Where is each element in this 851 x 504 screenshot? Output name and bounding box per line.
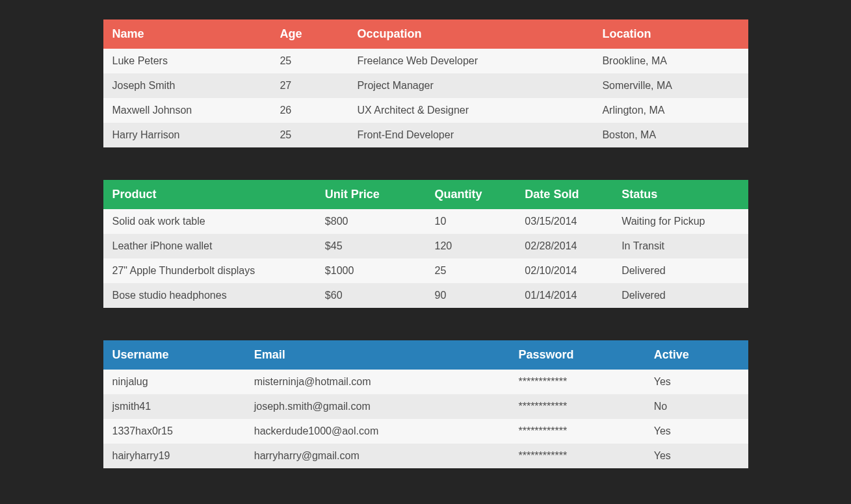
cell-active: No bbox=[645, 394, 748, 419]
cell-password: ************ bbox=[509, 370, 644, 394]
cell-active: Yes bbox=[645, 444, 748, 468]
table-row: jsmith41 joseph.smith@gmail.com ********… bbox=[103, 394, 748, 419]
cell-active: Yes bbox=[645, 370, 748, 394]
col-date-sold: Date Sold bbox=[516, 180, 612, 209]
table-row: 1337hax0r15 hackerdude1000@aol.com *****… bbox=[103, 419, 748, 444]
cell-status: Waiting for Pickup bbox=[612, 209, 748, 234]
table-header-row: Username Email Password Active bbox=[103, 340, 748, 370]
cell-email: harryharry@gmail.com bbox=[245, 444, 510, 468]
col-occupation: Occupation bbox=[348, 19, 593, 49]
cell-active: Yes bbox=[645, 419, 748, 444]
col-product: Product bbox=[103, 180, 316, 209]
cell-quantity: 25 bbox=[425, 258, 516, 283]
cell-product: 27" Apple Thunderbolt displays bbox=[103, 258, 316, 283]
cell-password: ************ bbox=[509, 419, 644, 444]
cell-occupation: Front-End Developer bbox=[348, 123, 593, 147]
people-table: Name Age Occupation Location Luke Peters… bbox=[103, 19, 748, 147]
cell-status: In Transit bbox=[612, 234, 748, 258]
col-age: Age bbox=[270, 19, 348, 49]
cell-age: 27 bbox=[270, 73, 348, 98]
table-row: Luke Peters 25 Freelance Web Developer B… bbox=[103, 49, 748, 73]
table-header-row: Name Age Occupation Location bbox=[103, 19, 748, 49]
cell-email: hackerdude1000@aol.com bbox=[245, 419, 510, 444]
col-location: Location bbox=[593, 19, 748, 49]
cell-status: Delivered bbox=[612, 258, 748, 283]
cell-date-sold: 01/14/2014 bbox=[516, 283, 612, 308]
cell-name: Harry Harrison bbox=[103, 123, 271, 147]
cell-age: 25 bbox=[270, 123, 348, 147]
cell-location: Somerville, MA bbox=[593, 73, 748, 98]
col-status: Status bbox=[612, 180, 748, 209]
cell-product: Bose studio headphones bbox=[103, 283, 316, 308]
col-username: Username bbox=[103, 340, 245, 370]
table-row: Leather iPhone wallet $45 120 02/28/2014… bbox=[103, 234, 748, 258]
col-name: Name bbox=[103, 19, 271, 49]
table-row: Solid oak work table $800 10 03/15/2014 … bbox=[103, 209, 748, 234]
table-row: ninjalug misterninja@hotmail.com *******… bbox=[103, 370, 748, 394]
cell-location: Brookline, MA bbox=[593, 49, 748, 73]
cell-unit-price: $800 bbox=[316, 209, 426, 234]
col-active: Active bbox=[645, 340, 748, 370]
cell-product: Leather iPhone wallet bbox=[103, 234, 316, 258]
table-row: Bose studio headphones $60 90 01/14/2014… bbox=[103, 283, 748, 308]
cell-location: Boston, MA bbox=[593, 123, 748, 147]
cell-occupation: Project Manager bbox=[348, 73, 593, 98]
cell-occupation: UX Architect & Designer bbox=[348, 98, 593, 123]
sales-table: Product Unit Price Quantity Date Sold St… bbox=[103, 180, 748, 308]
cell-username: ninjalug bbox=[103, 370, 245, 394]
cell-unit-price: $45 bbox=[316, 234, 426, 258]
cell-name: Joseph Smith bbox=[103, 73, 271, 98]
cell-password: ************ bbox=[509, 444, 644, 468]
table-row: Joseph Smith 27 Project Manager Somervil… bbox=[103, 73, 748, 98]
cell-email: misterninja@hotmail.com bbox=[245, 370, 510, 394]
cell-age: 25 bbox=[270, 49, 348, 73]
cell-date-sold: 02/10/2014 bbox=[516, 258, 612, 283]
col-email: Email bbox=[245, 340, 510, 370]
table-row: hairyharry19 harryharry@gmail.com ******… bbox=[103, 444, 748, 468]
cell-location: Arlington, MA bbox=[593, 98, 748, 123]
cell-quantity: 120 bbox=[425, 234, 516, 258]
users-table: Username Email Password Active ninjalug … bbox=[103, 340, 748, 468]
col-unit-price: Unit Price bbox=[316, 180, 426, 209]
col-quantity: Quantity bbox=[425, 180, 516, 209]
cell-email: joseph.smith@gmail.com bbox=[245, 394, 510, 419]
cell-name: Luke Peters bbox=[103, 49, 271, 73]
cell-date-sold: 02/28/2014 bbox=[516, 234, 612, 258]
table-row: Harry Harrison 25 Front-End Developer Bo… bbox=[103, 123, 748, 147]
cell-quantity: 10 bbox=[425, 209, 516, 234]
cell-unit-price: $1000 bbox=[316, 258, 426, 283]
col-password: Password bbox=[509, 340, 644, 370]
cell-quantity: 90 bbox=[425, 283, 516, 308]
cell-occupation: Freelance Web Developer bbox=[348, 49, 593, 73]
cell-unit-price: $60 bbox=[316, 283, 426, 308]
cell-password: ************ bbox=[509, 394, 644, 419]
table-row: Maxwell Johnson 26 UX Architect & Design… bbox=[103, 98, 748, 123]
table-header-row: Product Unit Price Quantity Date Sold St… bbox=[103, 180, 748, 209]
table-row: 27" Apple Thunderbolt displays $1000 25 … bbox=[103, 258, 748, 283]
cell-product: Solid oak work table bbox=[103, 209, 316, 234]
cell-name: Maxwell Johnson bbox=[103, 98, 271, 123]
cell-username: jsmith41 bbox=[103, 394, 245, 419]
cell-status: Delivered bbox=[612, 283, 748, 308]
cell-username: hairyharry19 bbox=[103, 444, 245, 468]
cell-age: 26 bbox=[270, 98, 348, 123]
cell-username: 1337hax0r15 bbox=[103, 419, 245, 444]
cell-date-sold: 03/15/2014 bbox=[516, 209, 612, 234]
